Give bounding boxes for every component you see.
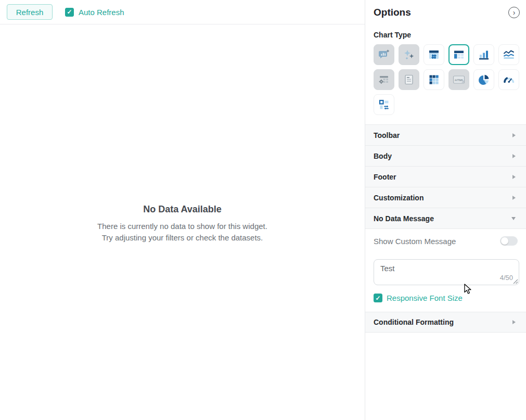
section-conditional-formatting-label: Conditional Formatting bbox=[374, 318, 454, 326]
refresh-button[interactable]: Refresh bbox=[7, 4, 53, 20]
ai-sparkles-icon[interactable] bbox=[399, 44, 419, 65]
chevron-right-icon bbox=[512, 175, 516, 179]
section-customization[interactable]: Customization bbox=[365, 187, 526, 208]
html-widget-icon[interactable]: HTML bbox=[448, 69, 469, 90]
auto-refresh-label: Auto Refresh bbox=[79, 8, 124, 17]
chevron-down-icon bbox=[511, 217, 516, 220]
section-customization-label: Customization bbox=[374, 194, 424, 202]
html-icon-text: HTML bbox=[455, 78, 464, 82]
chart-type-grid: HTML bbox=[365, 44, 526, 115]
no-data-message-section-content: Show Custom Message Test 4/50 Responsive… bbox=[365, 228, 526, 312]
pie-chart-icon[interactable] bbox=[473, 69, 494, 90]
ai-insights-icon[interactable] bbox=[374, 44, 394, 65]
show-custom-message-toggle[interactable] bbox=[500, 236, 518, 246]
chevron-right-icon bbox=[512, 154, 516, 158]
preview-toolbar: Refresh Auto Refresh bbox=[0, 0, 365, 24]
auto-refresh-control[interactable]: Auto Refresh bbox=[65, 8, 124, 17]
responsive-font-size-row[interactable]: Responsive Font Size bbox=[374, 294, 519, 312]
responsive-font-size-label: Responsive Font Size bbox=[387, 294, 463, 302]
section-conditional-formatting[interactable]: Conditional Formatting bbox=[365, 312, 526, 333]
section-body-label: Body bbox=[374, 152, 392, 160]
options-title: Options bbox=[374, 7, 411, 18]
table-icon[interactable] bbox=[448, 44, 469, 65]
empty-state-title: No Data Available bbox=[0, 204, 365, 215]
pivot-table-icon[interactable] bbox=[374, 69, 394, 90]
options-panel: Options › Chart Type bbox=[365, 0, 526, 420]
bar-chart-icon[interactable] bbox=[473, 44, 494, 65]
no-data-empty-state: No Data Available There is currently no … bbox=[0, 204, 365, 244]
section-toolbar[interactable]: Toolbar bbox=[365, 124, 526, 145]
custom-message-textarea[interactable]: Test bbox=[374, 259, 519, 285]
chevron-right-icon bbox=[512, 133, 516, 137]
text-widget-icon[interactable] bbox=[399, 69, 419, 90]
widget-editor: Refresh Auto Refresh No Data Available T… bbox=[0, 0, 526, 420]
empty-state-line1: There is currently no data to show for t… bbox=[0, 221, 365, 232]
chart-type-label: Chart Type bbox=[365, 18, 526, 44]
gauge-icon[interactable] bbox=[498, 69, 519, 90]
chevron-right-circle-icon: › bbox=[513, 9, 516, 16]
custom-message-field-wrap: Test 4/50 bbox=[374, 259, 519, 285]
chevron-right-icon bbox=[512, 320, 516, 324]
heatmap-icon[interactable] bbox=[424, 69, 444, 90]
line-chart-icon[interactable] bbox=[498, 44, 519, 65]
collapse-panel-button[interactable]: › bbox=[508, 7, 520, 18]
options-header: Options › bbox=[365, 0, 526, 18]
section-no-data-message-label: No Data Message bbox=[374, 214, 434, 223]
section-body[interactable]: Body bbox=[365, 145, 526, 166]
section-footer[interactable]: Footer bbox=[365, 166, 526, 187]
options-accordion: Toolbar Body Footer Customization No Dat… bbox=[365, 124, 526, 333]
empty-state-line2: Try adjusting your filters or check the … bbox=[0, 232, 365, 244]
preview-area: Refresh Auto Refresh No Data Available T… bbox=[0, 0, 365, 420]
show-custom-message-label: Show Custom Message bbox=[374, 237, 456, 246]
combo-switch-icon[interactable] bbox=[374, 94, 394, 115]
section-no-data-message[interactable]: No Data Message bbox=[365, 208, 526, 228]
section-footer-label: Footer bbox=[374, 173, 396, 181]
section-toolbar-label: Toolbar bbox=[374, 131, 400, 139]
responsive-font-size-checkbox[interactable] bbox=[374, 294, 382, 302]
show-custom-message-row: Show Custom Message bbox=[374, 236, 519, 246]
auto-refresh-checkbox[interactable] bbox=[65, 8, 74, 17]
number-card-icon[interactable] bbox=[424, 44, 444, 65]
chevron-right-icon bbox=[512, 196, 516, 200]
